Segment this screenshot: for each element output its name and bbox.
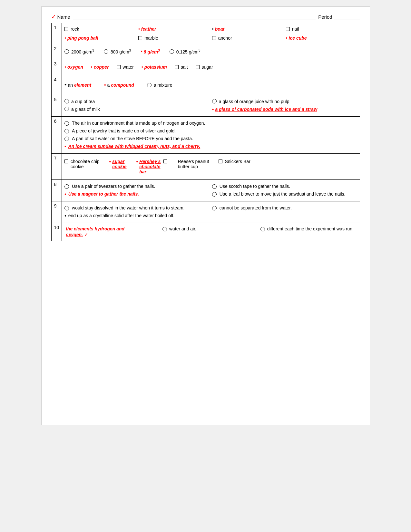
- bullet-copper: •: [91, 64, 93, 70]
- row-5-content: a cup of tea a glass of orange juice wit…: [62, 95, 360, 117]
- radio-2000[interactable]: [64, 49, 69, 54]
- row5-item-oj: a glass of orange juice with no pulp: [212, 99, 357, 104]
- radio-800[interactable]: [104, 49, 108, 54]
- name-label: Name: [57, 14, 70, 20]
- table-row: 3 • oxygen • copper water: [51, 59, 360, 75]
- bullet-8: •: [141, 49, 142, 54]
- checkbox-snickers[interactable]: [219, 160, 222, 163]
- row-1-content: rock • feather • boat nail: [62, 23, 360, 44]
- label-0125: 0.125 g/cm3: [176, 49, 201, 54]
- period-line[interactable]: [334, 14, 360, 20]
- bullet-element: •: [64, 82, 66, 88]
- label-pingpong: ping pong ball: [67, 35, 98, 41]
- row3-item-salt: salt: [175, 64, 188, 70]
- label-8: 8 g/cm3: [144, 49, 160, 54]
- radio-oj[interactable]: [212, 99, 217, 103]
- row3-grid: • oxygen • copper water • potassium: [64, 61, 357, 73]
- label-oj: a glass of orange juice with no pulp: [219, 99, 289, 104]
- label-tweezers: Use a pair of tweezers to gather the nai…: [72, 184, 155, 189]
- row6-item-jewelry: A piece of jewelry that is made up of si…: [64, 128, 357, 133]
- row8-item-leafblower: Use a leaf blower to move just the sawdu…: [212, 191, 357, 197]
- row5-grid: a cup of tea a glass of orange juice wit…: [64, 97, 357, 114]
- row-number-1: 1: [51, 23, 62, 44]
- name-line[interactable]: [73, 14, 316, 20]
- table-row: 5 a cup of tea a glass of orange juice w…: [51, 95, 360, 117]
- row3-item-copper: • copper: [91, 64, 109, 70]
- bullet-icecream: •: [64, 144, 66, 150]
- header: ✓ Name Period: [51, 13, 360, 20]
- row-number-9: 9: [51, 201, 62, 223]
- radio-waterair[interactable]: [162, 227, 167, 231]
- radio-saltwater[interactable]: [64, 137, 69, 141]
- label-compound-pre: a: [107, 82, 110, 88]
- row1-item-icecube: • ice cube: [286, 34, 357, 42]
- label-leafblower: Use a leaf blower to move just the sawdu…: [220, 191, 346, 197]
- row4-item-compound: • a compound: [104, 82, 134, 88]
- header-checkmark: ✓: [51, 13, 56, 20]
- checkbox-anchor[interactable]: [212, 36, 216, 40]
- label-dissolved: would stay dissolved in the water when i…: [72, 205, 184, 210]
- label-elements: the elements hydrogen andoxygen.: [66, 226, 124, 237]
- radio-tea[interactable]: [64, 99, 69, 103]
- label-soda: a glass of carbonated soda with ice and …: [215, 107, 317, 112]
- radio-separated[interactable]: [212, 206, 217, 210]
- radio-leafblower[interactable]: [212, 192, 217, 197]
- bullet-icecube: •: [286, 35, 288, 41]
- label-compound: compound: [111, 82, 134, 88]
- row-9-content: would stay dissolved in the water when i…: [62, 201, 360, 223]
- label-oxygen: oxygen: [67, 64, 83, 70]
- label-water: water: [123, 64, 134, 70]
- radio-different[interactable]: [260, 227, 265, 231]
- radio-air[interactable]: [64, 121, 69, 126]
- checkbox-chocchip[interactable]: [64, 160, 68, 163]
- row-2-content: 2000 g/cm3 800 g/cm3 • 8 g/cm3 0.125 g/c…: [62, 44, 360, 59]
- radio-dissolved[interactable]: [64, 206, 69, 210]
- label-scotch: Use scotch tape to gather the nails.: [220, 184, 290, 189]
- label-crystalline: end up as a crystalline solid after the …: [68, 213, 175, 218]
- checkbox-water[interactable]: [117, 65, 121, 69]
- bullet-potassium: •: [142, 64, 143, 70]
- row7-item-sugarcookie: • sugarcookie: [109, 159, 127, 169]
- label-element: element: [74, 82, 91, 88]
- row-8-content: Use a pair of tweezers to gather the nai…: [62, 180, 360, 201]
- row6-list: The air in our environment that is made …: [64, 119, 357, 151]
- label-chocchip: chocolate chipcookie: [71, 159, 100, 169]
- label-sugar: sugar: [202, 64, 213, 70]
- row10-item-elements: the elements hydrogen andoxygen. ✓: [64, 225, 161, 239]
- row1-item-marble: marble: [138, 34, 210, 42]
- table-row: 9 would stay dissolved in the water when…: [51, 201, 360, 223]
- label-saltwater: A pan of salt water on the stove BEFORE …: [72, 136, 193, 141]
- checkbox-sugar[interactable]: [196, 65, 200, 69]
- radio-mixture[interactable]: [147, 83, 152, 87]
- radio-milk[interactable]: [64, 107, 69, 111]
- row-number-7: 7: [51, 154, 62, 180]
- label-rock: rock: [71, 26, 79, 32]
- checkbox-nail[interactable]: [286, 27, 290, 31]
- label-milk: a glass of milk: [71, 107, 100, 112]
- row9-item-separated: cannot be separated from the water.: [212, 205, 357, 210]
- label-magnet: Use a magnet to gather the nails.: [68, 191, 139, 197]
- checkbox-hersheys[interactable]: [163, 160, 167, 163]
- radio-0125[interactable]: [170, 49, 174, 54]
- row6-item-saltwater: A pan of salt water on the stove BEFORE …: [64, 136, 357, 141]
- row-7-content: chocolate chipcookie • sugarcookie • Her…: [62, 154, 360, 180]
- row8-item-scotch: Use scotch tape to gather the nails.: [212, 184, 357, 189]
- radio-tweezers[interactable]: [64, 184, 69, 189]
- label-nail: nail: [292, 26, 299, 32]
- table-row: 6 The air in our environment that is mad…: [51, 117, 360, 154]
- checkbox-rock[interactable]: [64, 27, 68, 31]
- radio-jewelry[interactable]: [64, 129, 69, 133]
- radio-scotch[interactable]: [212, 184, 217, 189]
- row7-item-snickers: Snickers Bar: [219, 159, 250, 164]
- label-copper: copper: [94, 64, 109, 70]
- checkbox-marble[interactable]: [138, 36, 142, 40]
- row1-item-feather: • feather: [138, 25, 210, 33]
- label-salt: salt: [181, 64, 188, 70]
- row9-item-crystalline: • end up as a crystalline solid after th…: [64, 213, 357, 219]
- bullet-crystalline: •: [64, 213, 66, 219]
- label-reeses: Reese's peanutbutter cup: [178, 159, 209, 169]
- row2-grid: 2000 g/cm3 800 g/cm3 • 8 g/cm3 0.125 g/c…: [64, 46, 357, 57]
- bullet-magnet: •: [64, 191, 66, 197]
- checkbox-salt[interactable]: [175, 65, 179, 69]
- row1-item-nail: nail: [286, 25, 357, 33]
